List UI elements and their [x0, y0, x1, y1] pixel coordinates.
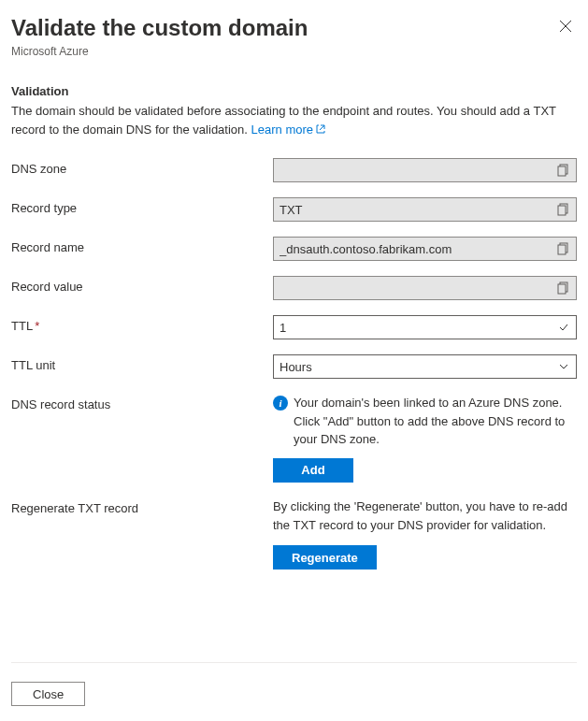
field-record-name: _dnsauth.contoso.fabrikam.com — [273, 237, 577, 261]
value-record-name: _dnsauth.contoso.fabrikam.com — [280, 242, 555, 256]
field-ttl-unit[interactable]: Hours — [273, 354, 577, 379]
add-button[interactable]: Add — [273, 458, 353, 483]
row-record-name: Record name _dnsauth.contoso.fabrikam.co… — [11, 237, 577, 261]
copy-icon[interactable] — [555, 281, 570, 296]
svg-rect-5 — [558, 245, 566, 254]
copy-icon[interactable] — [555, 202, 570, 217]
svg-rect-7 — [558, 284, 566, 294]
row-ttl-unit: TTL unit Hours — [11, 354, 577, 379]
close-icon[interactable] — [554, 15, 577, 37]
panel-title: Validate the custom domain — [11, 15, 308, 41]
check-icon — [557, 321, 570, 334]
form-rows: DNS zone Record type TXT — [11, 158, 577, 570]
label-regenerate: Regenerate TXT record — [11, 497, 273, 515]
value-record-type: TXT — [280, 203, 555, 217]
field-record-value — [273, 276, 577, 300]
label-ttl-text: TTL — [11, 319, 33, 333]
panel-footer: Close — [11, 662, 577, 706]
label-record-value: Record value — [11, 276, 273, 294]
panel-subtitle: Microsoft Azure — [11, 45, 577, 58]
external-link-icon — [315, 122, 326, 140]
label-ttl: TTL* — [11, 315, 273, 333]
learn-more-link[interactable]: Learn more — [251, 123, 313, 137]
field-ttl[interactable]: 1 — [273, 315, 577, 339]
value-ttl: 1 — [280, 321, 557, 335]
validation-heading: Validation — [11, 84, 577, 98]
label-record-type: Record type — [11, 197, 273, 215]
label-ttl-unit: TTL unit — [11, 354, 273, 372]
row-dns-record-status: DNS record status i Your domain's been l… — [11, 394, 577, 483]
chevron-down-icon — [557, 360, 570, 373]
label-dns-record-status: DNS record status — [11, 394, 273, 411]
copy-icon[interactable] — [555, 163, 570, 178]
regenerate-button[interactable]: Regenerate — [273, 545, 377, 570]
info-icon: i — [273, 396, 288, 411]
row-ttl: TTL* 1 — [11, 315, 577, 339]
validation-description: The domain should be validated before as… — [11, 102, 577, 139]
dns-status-text: Your domain's been linked to an Azure DN… — [294, 394, 577, 449]
row-record-type: Record type TXT — [11, 197, 577, 222]
close-button[interactable]: Close — [11, 682, 85, 706]
dns-status-message: i Your domain's been linked to an Azure … — [273, 394, 577, 449]
regenerate-message: By clicking the 'Regenerate' button, you… — [273, 497, 577, 537]
value-ttl-unit: Hours — [280, 360, 557, 374]
label-record-name: Record name — [11, 237, 273, 254]
row-regenerate: Regenerate TXT record By clicking the 'R… — [11, 497, 577, 570]
validate-domain-panel: Validate the custom domain Microsoft Azu… — [0, 0, 588, 721]
required-indicator: * — [35, 319, 39, 333]
svg-rect-3 — [558, 206, 566, 215]
svg-rect-1 — [558, 166, 566, 176]
row-dns-zone: DNS zone — [11, 158, 577, 182]
field-dns-zone — [273, 158, 577, 182]
panel-header: Validate the custom domain — [11, 15, 577, 41]
label-dns-zone: DNS zone — [11, 158, 273, 176]
copy-icon[interactable] — [555, 241, 570, 256]
row-record-value: Record value — [11, 276, 577, 300]
field-record-type: TXT — [273, 197, 577, 222]
